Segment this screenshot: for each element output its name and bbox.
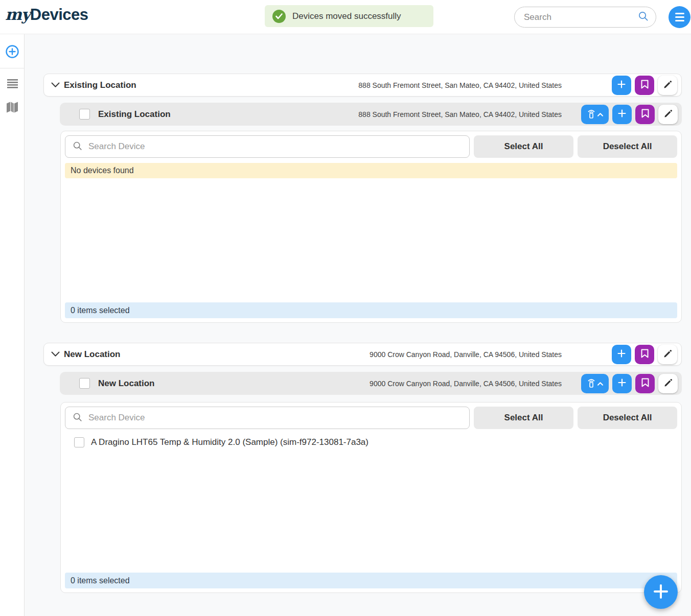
plus-circle-icon [5,44,19,60]
global-search [514,7,656,28]
plus-icon [617,349,626,359]
sidebar-divider [0,68,24,68]
device-actions-dropdown-button[interactable] [581,374,609,393]
device-checkbox[interactable] [74,437,84,447]
app-logo[interactable]: myDevices [5,5,88,24]
success-toast: Devices moved successfully [265,5,433,27]
sensor-icon [587,109,595,120]
location-header[interactable]: New Location 9000 Crow Canyon Road, Danv… [43,343,682,366]
hamburger-icon [675,13,684,14]
toast-message: Devices moved successfully [292,11,401,21]
location-address: 888 South Fremont Street, San Mateo, CA … [358,81,562,89]
add-device-button[interactable] [612,374,632,393]
chevron-up-icon [597,110,603,118]
location-card-existing: Existing Location 888 South Fremont Stre… [43,74,682,323]
device-toolbar: Select All Deselect All [65,407,677,429]
chevron-down-icon[interactable] [51,81,60,90]
edit-group-button[interactable] [658,374,678,393]
device-toolbar: Select All Deselect All [65,135,677,158]
bookmark-button[interactable] [635,374,655,393]
location-address: 9000 Crow Canyon Road, Danville, CA 9450… [370,350,562,359]
list-icon [7,79,18,90]
bookmark-icon [641,109,649,120]
location-name: Existing Location [64,80,136,90]
add-location-button[interactable] [612,345,631,364]
sensor-icon [587,378,595,389]
location-group-row: New Location 9000 Crow Canyon Road, Danv… [60,372,682,395]
device-actions-dropdown-button[interactable] [581,105,609,124]
pencil-icon [663,349,672,360]
add-fab-button[interactable] [644,575,678,609]
pencil-icon [664,378,673,389]
plus-icon [618,378,626,388]
device-panel: Select All Deselect All No devices found… [60,131,682,323]
edit-location-button[interactable] [658,345,677,364]
deselect-all-button[interactable]: Deselect All [578,407,677,429]
pencil-icon [663,80,672,90]
menu-button[interactable] [669,6,690,28]
device-list: A Dragino LHT65 Temp & Humidity 2.0 (Sam… [65,429,677,447]
deselect-all-button[interactable]: Deselect All [578,135,677,158]
select-all-button[interactable]: Select All [474,407,573,429]
plus-icon [617,80,626,90]
logo-devices: Devices [30,6,88,23]
bookmark-button[interactable] [635,76,654,95]
location-actions [612,345,677,364]
pencil-icon [664,109,673,120]
device-panel: Select All Deselect All A Dragino LHT65 … [60,402,682,593]
empty-state-banner: No devices found [65,163,677,178]
selection-footer: 0 items selected [65,302,677,318]
location-card-new: New Location 9000 Crow Canyon Road, Danv… [43,343,682,593]
global-search-input[interactable] [524,12,638,22]
bookmark-button[interactable] [635,105,655,124]
map-icon [6,102,18,114]
search-icon[interactable] [638,11,649,23]
logo-my: my [5,5,30,23]
location-group-row: Existing Location 888 South Fremont Stre… [60,103,682,126]
group-name: Existing Location [98,109,171,120]
group-actions [581,374,678,393]
group-actions [581,105,678,124]
bookmark-icon [641,80,649,90]
sidebar-add-button[interactable] [0,40,25,64]
device-search [65,407,470,429]
location-header[interactable]: Existing Location 888 South Fremont Stre… [43,74,682,97]
location-name: New Location [64,349,121,360]
search-icon [73,141,82,153]
group-checkbox[interactable] [79,109,90,120]
add-device-button[interactable] [612,105,632,124]
bookmark-button[interactable] [635,345,654,364]
device-search-input[interactable] [88,141,462,152]
device-search [65,135,470,158]
group-address: 9000 Crow Canyon Road, Danville, CA 9450… [370,380,562,388]
plus-icon [618,109,626,119]
plus-icon [653,583,669,601]
chevron-up-icon [597,380,603,387]
top-bar: myDevices Devices moved successfully [0,0,691,34]
device-list-item[interactable]: A Dragino LHT65 Temp & Humidity 2.0 (Sam… [74,437,677,447]
search-icon [73,412,82,424]
edit-location-button[interactable] [658,76,677,95]
group-checkbox[interactable] [79,378,90,389]
group-address: 888 South Fremont Street, San Mateo, CA … [358,110,562,119]
chevron-down-icon[interactable] [51,350,60,359]
left-sidebar [0,34,25,616]
bookmark-icon [641,378,649,389]
sidebar-map-view-button[interactable] [0,96,25,120]
check-circle-icon [272,10,286,23]
group-name: New Location [98,378,155,389]
edit-group-button[interactable] [658,105,678,124]
device-search-input[interactable] [88,413,462,423]
device-label: A Dragino LHT65 Temp & Humidity 2.0 (Sam… [91,437,368,447]
location-actions [612,76,677,95]
selection-footer: 0 items selected [65,573,677,588]
sidebar-list-view-button[interactable] [0,73,25,96]
select-all-button[interactable]: Select All [474,135,573,158]
content-area: Existing Location 888 South Fremont Stre… [25,34,691,616]
bookmark-icon [641,349,649,360]
add-location-button[interactable] [612,76,631,95]
